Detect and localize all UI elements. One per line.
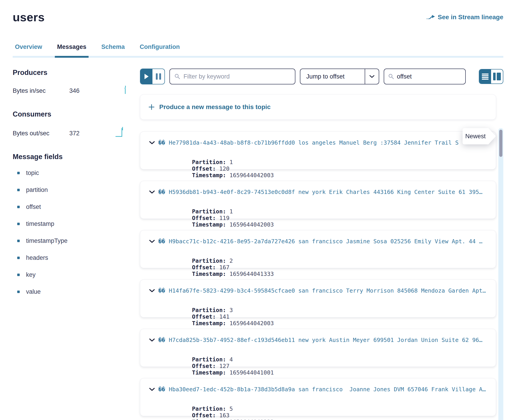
offset-value: 167 bbox=[219, 264, 230, 271]
field-label: timestamp bbox=[26, 220, 54, 227]
tab-overview[interactable]: Overview bbox=[13, 44, 44, 58]
partition-label: Partition: bbox=[192, 159, 226, 165]
key-glyphs: �� bbox=[158, 337, 165, 343]
newest-tooltip-label: Newest bbox=[465, 133, 486, 140]
timestamp-value: 1659644041333 bbox=[230, 271, 274, 277]
consumers-metric-row: Bytes out/sec 372 bbox=[13, 127, 128, 137]
partition-label: Partition: bbox=[192, 307, 226, 313]
message-row[interactable]: �� Hba30eed7-1edc-452b-8b1a-738d3b5d8a9a… bbox=[140, 378, 496, 416]
message-row[interactable]: �� H5936db81-b943-4e0f-8c29-74513e0c0d8f… bbox=[140, 181, 496, 219]
scrollbar-thumb[interactable] bbox=[499, 130, 502, 157]
offset-value: 163 bbox=[219, 412, 230, 419]
field-item-partition[interactable]: partition bbox=[17, 187, 128, 194]
producers-heading: Producers bbox=[13, 68, 128, 77]
bytes-in-label: Bytes in/sec bbox=[13, 87, 69, 94]
key-glyphs: �� bbox=[158, 189, 165, 195]
keyword-filter-field bbox=[169, 68, 295, 84]
field-item-timestamp[interactable]: timestamp bbox=[17, 220, 128, 227]
timestamp-value: 1659644042003 bbox=[230, 320, 274, 327]
chevron-down-icon[interactable] bbox=[149, 388, 155, 391]
search-icon bbox=[388, 74, 394, 79]
messages-toolbar: Jump to offset bbox=[140, 68, 503, 84]
field-label: headers bbox=[26, 254, 48, 261]
chevron-down-icon[interactable] bbox=[149, 289, 155, 292]
list-view-icon bbox=[482, 74, 489, 80]
timestamp-label: Timestamp: bbox=[192, 320, 226, 327]
offset-label: Offset: bbox=[192, 412, 216, 419]
field-label: offset bbox=[26, 203, 41, 210]
message-row[interactable]: �� He77981da-4a43-48ab-b8f8-cb71b96ffdd0… bbox=[140, 131, 496, 170]
play-icon bbox=[144, 74, 149, 79]
bytes-out-label: Bytes out/sec bbox=[13, 130, 69, 137]
chevron-down-icon[interactable] bbox=[149, 240, 155, 243]
offset-search-field bbox=[384, 68, 466, 84]
sidebar: Producers Bytes in/sec 346 Consumers Byt… bbox=[13, 68, 140, 416]
play-button[interactable] bbox=[140, 69, 153, 84]
message-summary: H14fa67fe-5823-4299-b3c4-595845cfcae0 sa… bbox=[169, 287, 486, 294]
consumers-heading: Consumers bbox=[13, 110, 128, 118]
offset-search-input[interactable] bbox=[397, 73, 461, 80]
jump-to-offset-select[interactable]: Jump to offset bbox=[300, 68, 379, 84]
column-view-button[interactable] bbox=[491, 69, 503, 83]
chevron-down-icon[interactable] bbox=[149, 141, 155, 144]
message-meta: Partition: 1 Offset: 119 Timestamp: 1659… bbox=[149, 202, 489, 234]
select-chevron-segment[interactable] bbox=[365, 69, 379, 84]
field-item-topic[interactable]: topic bbox=[17, 170, 128, 177]
bullet-icon bbox=[17, 206, 20, 208]
bytes-out-value: 372 bbox=[69, 130, 79, 137]
plus-icon bbox=[148, 104, 155, 110]
pause-button[interactable] bbox=[153, 69, 164, 84]
message-meta: Partition: 4 Offset: 127 Timestamp: 1659… bbox=[149, 350, 489, 382]
field-label: key bbox=[26, 271, 36, 278]
message-summary: He77981da-4a43-48ab-b8f8-cb71b96ffdd0 lo… bbox=[169, 139, 458, 146]
message-fields-list: topic partition offset timestamp timesta… bbox=[13, 170, 128, 295]
timestamp-value: 1659644042003 bbox=[230, 221, 274, 228]
play-pause-group bbox=[140, 68, 165, 84]
field-item-value[interactable]: value bbox=[17, 288, 128, 295]
partition-value: 3 bbox=[230, 307, 233, 313]
list-view-button[interactable] bbox=[479, 69, 491, 83]
offset-label: Offset: bbox=[192, 363, 216, 369]
tab-configuration[interactable]: Configuration bbox=[138, 44, 182, 58]
tab-schema[interactable]: Schema bbox=[99, 44, 127, 58]
timestamp-label: Timestamp: bbox=[192, 172, 226, 179]
field-item-offset[interactable]: offset bbox=[17, 203, 128, 210]
keyword-filter-input[interactable] bbox=[184, 73, 290, 80]
timestamp-label: Timestamp: bbox=[192, 271, 226, 277]
chevron-down-icon[interactable] bbox=[149, 338, 155, 342]
produce-message-label: Produce a new message to this topic bbox=[159, 103, 271, 111]
partition-value: 1 bbox=[230, 208, 233, 215]
partition-value: 1 bbox=[230, 159, 233, 165]
field-item-headers[interactable]: headers bbox=[17, 254, 128, 261]
key-glyphs: �� bbox=[158, 386, 165, 393]
timestamp-label: Timestamp: bbox=[192, 419, 226, 420]
message-row[interactable]: �� H7cda825b-35b7-4952-88ef-c193d546eb11… bbox=[140, 329, 496, 367]
column-view-icon bbox=[493, 73, 501, 80]
field-item-key[interactable]: key bbox=[17, 271, 128, 278]
timestamp-label: Timestamp: bbox=[192, 369, 226, 376]
key-glyphs: �� bbox=[158, 287, 165, 294]
offset-label: Offset: bbox=[192, 215, 216, 221]
producers-metric-row: Bytes in/sec 346 bbox=[13, 85, 128, 94]
offset-label: Offset: bbox=[192, 313, 216, 320]
pause-icon bbox=[156, 73, 161, 80]
bytes-out-sparkline bbox=[115, 127, 128, 137]
chevron-down-icon[interactable] bbox=[149, 191, 155, 194]
field-item-timestampType[interactable]: timestampType bbox=[17, 237, 128, 244]
field-label: partition bbox=[26, 187, 48, 194]
lineage-link-label: See in Stream lineage bbox=[438, 14, 503, 21]
partition-value: 5 bbox=[230, 405, 233, 412]
partition-label: Partition: bbox=[192, 257, 226, 264]
tab-messages[interactable]: Messages bbox=[55, 44, 89, 58]
message-row[interactable]: �� H14fa67fe-5823-4299-b3c4-595845cfcae0… bbox=[140, 279, 496, 317]
bullet-icon bbox=[17, 223, 20, 225]
field-label: timestampType bbox=[26, 237, 68, 244]
offset-value: 127 bbox=[219, 363, 230, 369]
message-summary: H9bacc71c-b12c-4216-8e95-2a7da727e426 sa… bbox=[169, 238, 483, 245]
produce-message-button[interactable]: Produce a new message to this topic bbox=[140, 94, 496, 120]
message-summary: Hba30eed7-1edc-452b-8b1a-738d3b5d8a9a sa… bbox=[169, 386, 486, 393]
message-row[interactable]: �� H9bacc71c-b12c-4216-8e95-2a7da727e426… bbox=[140, 230, 496, 268]
message-summary: H5936db81-b943-4e0f-8c29-74513e0c0d8f ne… bbox=[169, 189, 483, 195]
scrollbar-track[interactable] bbox=[498, 128, 503, 420]
stream-lineage-link[interactable]: See in Stream lineage bbox=[426, 14, 503, 21]
